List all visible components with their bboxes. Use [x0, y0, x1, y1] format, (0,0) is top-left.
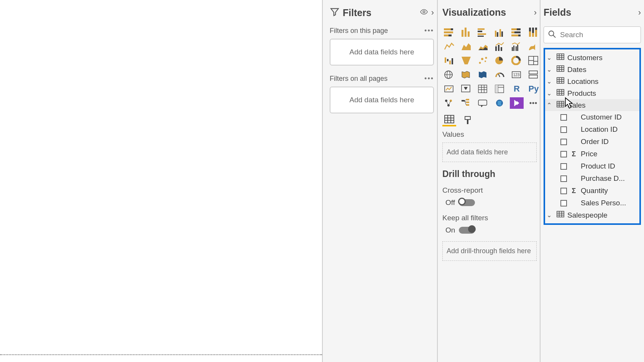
field-product-id[interactable]: Product ID: [545, 160, 639, 172]
fields-search[interactable]: [544, 26, 641, 43]
svg-rect-35: [512, 47, 513, 51]
fields-tab-icon[interactable]: [442, 114, 456, 126]
keep-filters-on-label: On: [445, 226, 455, 234]
table-icon[interactable]: [476, 83, 490, 95]
area-chart-icon[interactable]: [459, 41, 473, 52]
filters-all-pages-drop[interactable]: Add data fields here: [330, 87, 434, 113]
table-sales[interactable]: ⌃ Sales: [545, 99, 639, 111]
filters-this-page-label: Filters on this page: [330, 27, 388, 35]
funnel-icon[interactable]: [459, 55, 473, 66]
line-chart-icon[interactable]: [442, 41, 456, 52]
field-order-id[interactable]: Order ID: [545, 136, 639, 148]
fields-table-list: ⌄ Customers ⌄ Dates ⌄ Locations ⌄ Produc…: [544, 48, 641, 225]
python-visual-icon[interactable]: Py: [527, 83, 540, 95]
treemap-icon[interactable]: [527, 55, 540, 66]
more-menu-icon[interactable]: •••: [424, 27, 434, 35]
clustered-bar-icon[interactable]: [476, 26, 490, 38]
stacked-column-icon[interactable]: [459, 26, 473, 38]
clustered-column-icon[interactable]: [493, 26, 507, 38]
more-visuals-icon[interactable]: [527, 97, 540, 109]
checkbox[interactable]: [560, 126, 567, 133]
cross-report-toggle[interactable]: [459, 199, 475, 206]
field-customer-id[interactable]: Customer ID: [545, 111, 639, 123]
slicer-icon[interactable]: [459, 83, 473, 95]
line-clustered-column-icon[interactable]: [510, 41, 524, 52]
table-customers[interactable]: ⌄ Customers: [545, 52, 639, 64]
collapse-fields-icon[interactable]: ›: [638, 8, 641, 18]
filled-map-icon[interactable]: [459, 69, 473, 80]
keep-filters-toggle[interactable]: [459, 227, 475, 234]
field-label: Customer ID: [581, 113, 622, 121]
ribbon-chart-icon[interactable]: [527, 41, 540, 52]
scatter-icon[interactable]: [476, 55, 490, 66]
donut-chart-icon[interactable]: [510, 55, 524, 66]
field-label: Order ID: [581, 138, 609, 146]
table-locations[interactable]: ⌄ Locations: [545, 75, 639, 87]
svg-marker-64: [464, 87, 468, 90]
checkbox[interactable]: [560, 114, 567, 121]
field-label: Location ID: [581, 125, 618, 134]
line-column-icon[interactable]: [493, 41, 507, 52]
table-salespeople[interactable]: ⌄ Salespeople: [545, 209, 639, 221]
field-sales-person[interactable]: Sales Perso...: [545, 197, 639, 209]
chevron-down-icon: ⌄: [547, 66, 554, 73]
svg-marker-29: [462, 43, 471, 50]
qa-visual-icon[interactable]: [476, 97, 490, 109]
collapse-viz-icon[interactable]: ›: [534, 8, 537, 18]
chevron-down-icon: ⌄: [547, 54, 554, 61]
cross-report-label: Cross-report: [442, 186, 537, 195]
field-location-id[interactable]: Location ID: [545, 123, 639, 136]
svg-point-90: [532, 102, 534, 104]
visualization-picker: 123 R Py: [442, 26, 537, 109]
field-label: Product ID: [581, 162, 615, 170]
eye-icon[interactable]: [420, 8, 428, 18]
stacked-bar-100-icon[interactable]: [510, 26, 524, 38]
svg-point-44: [479, 62, 481, 64]
checkbox[interactable]: [560, 175, 567, 182]
kpi-icon[interactable]: [442, 83, 456, 95]
checkbox[interactable]: [560, 139, 567, 145]
checkbox[interactable]: [560, 151, 567, 157]
table-dates[interactable]: ⌄ Dates: [545, 64, 639, 75]
checkbox[interactable]: [560, 200, 567, 206]
drill-through-title: Drill through: [442, 169, 537, 179]
svg-marker-43: [462, 57, 471, 64]
field-price[interactable]: ΣPrice: [545, 148, 639, 160]
report-canvas[interactable]: [0, 0, 322, 362]
waterfall-icon[interactable]: [442, 55, 456, 66]
matrix-icon[interactable]: [493, 83, 507, 95]
field-purchase-date[interactable]: Purchase D...: [545, 172, 639, 185]
more-menu-icon[interactable]: •••: [424, 75, 434, 83]
field-quantity[interactable]: ΣQuantity: [545, 185, 639, 197]
r-visual-icon[interactable]: R: [510, 83, 524, 95]
card-icon[interactable]: 123: [510, 69, 524, 80]
stacked-area-icon[interactable]: [476, 41, 490, 52]
table-products[interactable]: ⌄ Products: [545, 87, 639, 99]
collapse-filters-icon[interactable]: ›: [431, 8, 434, 18]
shape-map-icon[interactable]: [476, 69, 490, 80]
filters-this-page-drop[interactable]: Add data fields here: [330, 39, 434, 66]
field-label: Quantity: [581, 187, 608, 195]
sigma-icon: Σ: [571, 187, 577, 195]
gauge-icon[interactable]: [493, 69, 507, 80]
fields-search-input[interactable]: [560, 31, 637, 39]
decomposition-tree-icon[interactable]: [459, 97, 473, 109]
svg-rect-5: [449, 34, 452, 36]
format-tab-icon[interactable]: [462, 114, 475, 126]
multi-row-card-icon[interactable]: [527, 69, 540, 80]
power-apps-visual-icon[interactable]: [510, 97, 524, 109]
checkbox[interactable]: [560, 188, 567, 194]
svg-point-99: [549, 31, 554, 36]
values-drop-zone[interactable]: Add data fields here: [442, 143, 537, 162]
map-icon[interactable]: [442, 69, 456, 80]
stacked-column-100-icon[interactable]: [527, 26, 540, 38]
svg-rect-3: [444, 34, 449, 36]
pie-chart-icon[interactable]: [493, 55, 507, 66]
table-label: Customers: [567, 54, 603, 62]
key-influencers-icon[interactable]: [442, 97, 456, 109]
stacked-bar-icon[interactable]: [442, 26, 456, 38]
checkbox[interactable]: [560, 163, 567, 170]
fields-pane: Fields › ⌄ Customers ⌄ Dates ⌄ Locations…: [540, 0, 644, 362]
drill-through-drop-zone[interactable]: Add drill-through fields here: [442, 241, 537, 261]
arcgis-icon[interactable]: [493, 97, 507, 109]
